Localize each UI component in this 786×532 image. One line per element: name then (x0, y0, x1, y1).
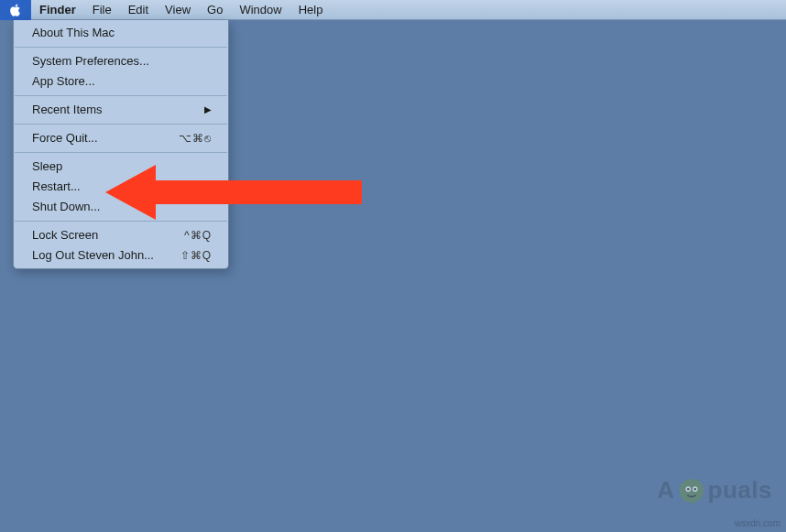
menu-label: About This Mac (32, 25, 115, 41)
menu-label: Restart... (32, 179, 81, 195)
svg-point-4 (687, 487, 689, 489)
menubar-view[interactable]: View (157, 0, 199, 20)
menu-separator (15, 95, 227, 96)
menu-label: Sleep (32, 158, 62, 175)
menu-label: System Preferences... (32, 53, 149, 70)
menu-shortcut: ⇧⌘Q (180, 247, 212, 264)
menu-shortcut: ^⌘Q (184, 227, 212, 244)
menu-label: App Store... (32, 73, 95, 90)
log-out-item[interactable]: Log Out Steven John... ⇧⌘Q (14, 245, 228, 266)
menu-label: Shut Down... (32, 199, 100, 215)
apple-menu-button[interactable] (0, 0, 31, 20)
shut-down-item[interactable]: Shut Down... (14, 197, 228, 217)
watermark-url: wsxdn.com (735, 518, 781, 528)
menu-label: Lock Screen (32, 227, 98, 244)
watermark-mascot-icon (678, 477, 705, 505)
svg-point-1 (679, 478, 703, 502)
app-store-item[interactable]: App Store... (14, 71, 228, 92)
menu-separator (15, 47, 227, 48)
restart-item[interactable]: Restart... (14, 177, 228, 197)
system-preferences-item[interactable]: System Preferences... (14, 51, 228, 71)
submenu-arrow-icon: ▶ (204, 102, 212, 118)
watermark-suffix: puals (708, 476, 772, 505)
apple-logo-icon (9, 4, 22, 16)
menubar-help[interactable]: Help (290, 0, 332, 20)
watermark-prefix: A (657, 476, 674, 505)
menubar-window[interactable]: Window (231, 0, 289, 20)
menubar-file[interactable]: File (84, 0, 120, 20)
menu-separator (15, 152, 227, 153)
about-this-mac-item[interactable]: About This Mac (14, 23, 228, 43)
menu-shortcut: ⌥⌘⎋ (179, 130, 212, 147)
force-quit-item[interactable]: Force Quit... ⌥⌘⎋ (14, 128, 228, 148)
menu-label: Force Quit... (32, 130, 98, 147)
lock-screen-item[interactable]: Lock Screen ^⌘Q (14, 225, 228, 245)
menubar-go[interactable]: Go (199, 0, 231, 20)
menu-label: Recent Items (32, 102, 103, 118)
menubar-app-name[interactable]: Finder (31, 0, 84, 20)
recent-items-item[interactable]: Recent Items ▶ (14, 100, 228, 120)
menu-separator (15, 124, 227, 125)
menubar: Finder File Edit View Go Window Help (0, 0, 786, 20)
apple-menu-dropdown: About This Mac System Preferences... App… (13, 20, 229, 269)
menubar-edit[interactable]: Edit (120, 0, 157, 20)
menu-label: Log Out Steven John... (32, 247, 154, 264)
watermark-logo: A puals (657, 476, 772, 505)
menu-separator (15, 221, 227, 222)
svg-point-5 (693, 487, 695, 489)
sleep-item[interactable]: Sleep (14, 157, 228, 177)
